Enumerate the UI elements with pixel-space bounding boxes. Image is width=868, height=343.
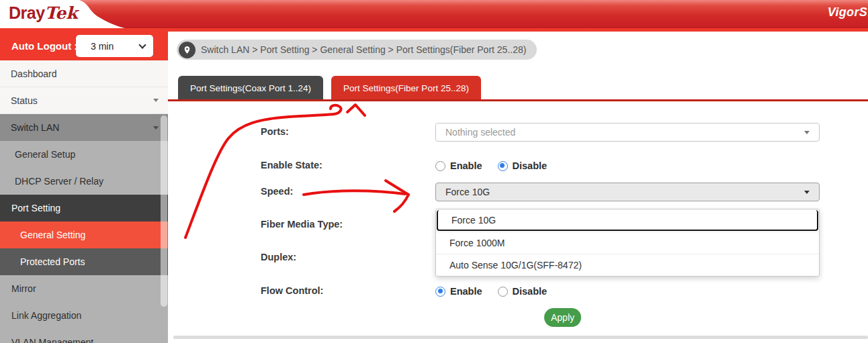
logo-text: DrayTek: [9, 3, 78, 23]
tab-coax-ports[interactable]: Port Settings(Coax Port 1..24): [178, 76, 323, 100]
flow-control-label: Flow Control:: [261, 285, 323, 296]
sidebar-item-label: Mirror: [11, 283, 36, 294]
speed-option-force-1000m[interactable]: Force 1000M: [436, 232, 819, 254]
sidebar-item-dhcp-server-relay[interactable]: DHCP Server / Relay: [0, 168, 168, 195]
top-header-bar: [0, 0, 868, 28]
enable-radio-label: Enable: [450, 160, 482, 171]
sidebar-item-label: Protected Ports: [20, 256, 85, 267]
sidebar-item-label: General Setting: [20, 230, 85, 240]
logo-dray: Dray: [9, 3, 45, 22]
ports-label: Ports:: [261, 126, 289, 137]
logo-tek: Tek: [45, 3, 78, 23]
sidebar-item-label: VLAN Management: [11, 337, 93, 343]
auto-logout-value: 3 min: [91, 41, 114, 52]
speed-select[interactable]: Force 10G: [435, 183, 820, 201]
sidebar-item-mirror[interactable]: Mirror: [0, 275, 168, 302]
sidebar-item-label: DHCP Server / Relay: [15, 176, 103, 187]
disable-radio-label: Disable: [513, 160, 548, 171]
auto-logout-label: Auto Logout :: [11, 40, 77, 52]
caret-down-icon: [804, 191, 810, 194]
tab-fiber-ports[interactable]: Port Settings(Fiber Port 25..28): [331, 76, 481, 100]
sidebar-item-label: Dashboard: [11, 68, 57, 79]
sidebar-scrollbar[interactable]: [161, 115, 167, 307]
sidebar-item-link-aggregation[interactable]: Link Aggregation: [0, 302, 168, 329]
auto-logout-row: Auto Logout : 3 min: [0, 32, 168, 60]
flow-disable-radio-label: Disable: [513, 286, 548, 297]
speed-dropdown-menu: Force 10G Force 1000M Auto Sense 10G/1G(…: [435, 209, 820, 277]
enable-radio[interactable]: [435, 161, 445, 171]
speed-option-auto-sense[interactable]: Auto Sense 10G/1G(SFF-8472): [436, 254, 819, 276]
sidebar-item-protected-ports[interactable]: Protected Ports: [0, 248, 168, 275]
sidebar-item-general-setting[interactable]: General Setting: [0, 222, 168, 248]
caret-down-icon: [153, 99, 159, 102]
flow-control-radio-group: Enable Disable: [435, 285, 558, 298]
breadcrumb-text: Switch LAN > Port Setting > General Sett…: [201, 44, 526, 55]
chevron-down-icon: [138, 41, 146, 48]
flow-enable-radio[interactable]: [435, 287, 445, 297]
caret-down-icon: [153, 126, 159, 130]
speed-option-force-10g[interactable]: Force 10G: [437, 210, 818, 231]
product-name: VigorS: [828, 5, 867, 19]
auto-logout-select[interactable]: 3 min: [76, 35, 153, 57]
main-content: Switch LAN > Port Setting > General Sett…: [168, 32, 868, 343]
speed-label: Speed:: [261, 186, 293, 197]
caret-down-icon: [804, 131, 810, 134]
page: DrayTek VigorS Auto Logout : 3 min Dashb…: [0, 0, 868, 343]
sidebar-item-dashboard[interactable]: Dashboard: [0, 60, 168, 87]
apply-button[interactable]: Apply: [544, 308, 581, 327]
draytek-logo: DrayTek: [0, 0, 125, 28]
sidebar-item-label: Status: [11, 95, 38, 106]
enable-state-radio-group: Enable Disable: [435, 159, 558, 173]
sidebar-item-label: Link Aggregation: [11, 310, 81, 321]
fiber-media-type-label: Fiber Media Type:: [261, 219, 343, 230]
sidebar-item-label: Switch LAN: [11, 122, 59, 133]
sidebar-item-status[interactable]: Status: [0, 87, 168, 114]
sidebar-item-label: General Setup: [15, 149, 75, 160]
sidebar-item-switch-lan[interactable]: Switch LAN: [0, 114, 168, 141]
tab-label: Port Settings(Coax Port 1..24): [190, 83, 311, 93]
location-pin-icon: [179, 42, 196, 58]
speed-select-value: Force 10G: [445, 187, 490, 197]
tab-label: Port Settings(Fiber Port 25..28): [343, 83, 469, 93]
horizontal-scrollbar[interactable]: [173, 336, 868, 339]
sidebar-item-vlan-management[interactable]: VLAN Management: [0, 329, 168, 343]
enable-state-label: Enable State:: [261, 160, 322, 170]
disable-radio[interactable]: [498, 161, 508, 171]
tab-underline: [168, 99, 868, 101]
flow-disable-radio[interactable]: [498, 287, 508, 297]
flow-enable-radio-label: Enable: [450, 286, 482, 297]
ports-select[interactable]: Nothing selected: [435, 123, 820, 142]
ports-select-placeholder: Nothing selected: [445, 127, 515, 138]
sidebar-item-port-setting[interactable]: Port Setting: [0, 195, 168, 222]
sidebar-item-label: Port Setting: [11, 203, 60, 213]
sidebar-item-general-setup[interactable]: General Setup: [0, 141, 168, 168]
sidebar: Auto Logout : 3 min Dashboard Status Swi…: [0, 32, 168, 343]
breadcrumb: Switch LAN > Port Setting > General Sett…: [177, 40, 537, 60]
duplex-label: Duplex:: [261, 252, 296, 262]
